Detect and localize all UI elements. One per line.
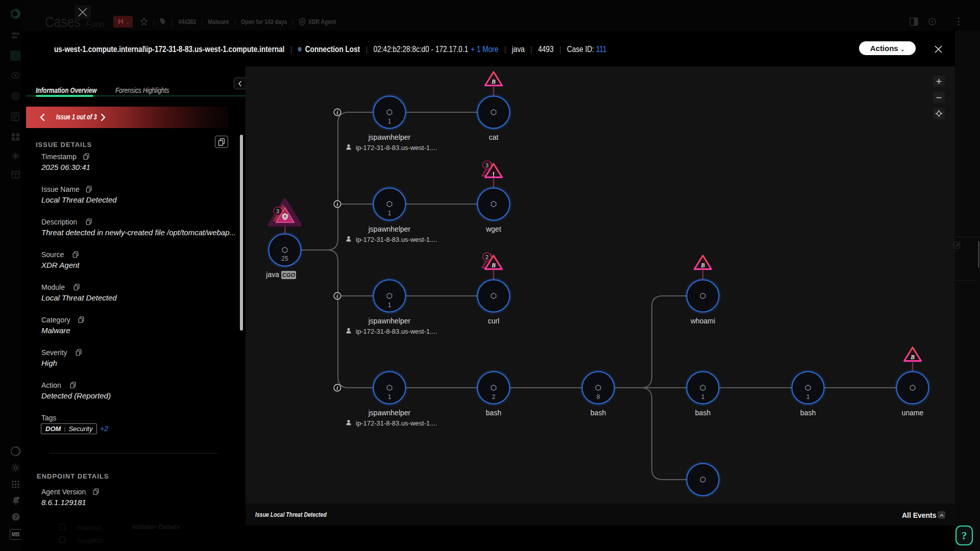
svg-text:java: java [265, 270, 279, 279]
svg-text:ip-172-31-8-83.us-west-1....: ip-172-31-8-83.us-west-1.... [356, 328, 437, 335]
svg-text:?: ? [14, 514, 18, 520]
svg-text:3: 3 [485, 162, 488, 168]
svg-text:uname: uname [902, 409, 924, 417]
svg-text:B: B [700, 262, 705, 268]
svg-text:1: 1 [388, 302, 391, 309]
svg-text:bash: bash [800, 409, 816, 417]
svg-text:25: 25 [281, 255, 288, 262]
svg-text:i: i [337, 110, 338, 115]
svg-text:i: i [337, 293, 338, 299]
svg-text:B: B [491, 79, 496, 85]
svg-text:bash: bash [486, 409, 501, 417]
svg-text:whoami: whoami [690, 317, 715, 325]
svg-text:1: 1 [806, 393, 810, 400]
svg-text:jspawnhelper: jspawnhelper [368, 133, 411, 141]
svg-text:B: B [910, 354, 915, 360]
svg-text:jspawnhelper: jspawnhelper [368, 317, 411, 325]
svg-text:ip-172-31-8-83.us-west-1....: ip-172-31-8-83.us-west-1.... [356, 419, 437, 427]
svg-text:i: i [337, 385, 338, 391]
svg-text:jspawnhelper: jspawnhelper [368, 409, 411, 417]
svg-text:1: 1 [701, 393, 705, 400]
svg-text:B: B [491, 262, 496, 268]
svg-text:cat: cat [489, 133, 499, 141]
svg-text:wget: wget [485, 225, 501, 233]
svg-text:2: 2 [492, 393, 496, 400]
svg-text:1: 1 [388, 118, 391, 125]
svg-text:!: ! [493, 170, 495, 178]
svg-text:8: 8 [597, 393, 600, 400]
svg-text:bash: bash [591, 409, 606, 417]
svg-text:bash: bash [695, 409, 710, 417]
svg-text:2: 2 [485, 254, 488, 260]
svg-text:jspawnhelper: jspawnhelper [368, 225, 411, 233]
svg-text:CGO: CGO [282, 272, 296, 278]
svg-text:1: 1 [388, 210, 391, 217]
svg-text:3: 3 [276, 208, 279, 214]
svg-text:ip-172-31-8-83.us-west-1....: ip-172-31-8-83.us-west-1.... [356, 236, 437, 243]
svg-text:curl: curl [488, 317, 500, 325]
svg-text:ip-172-31-8-83.us-west-1....: ip-172-31-8-83.us-west-1.... [356, 144, 437, 152]
svg-text:1: 1 [388, 393, 391, 400]
svg-text:i: i [337, 202, 338, 207]
